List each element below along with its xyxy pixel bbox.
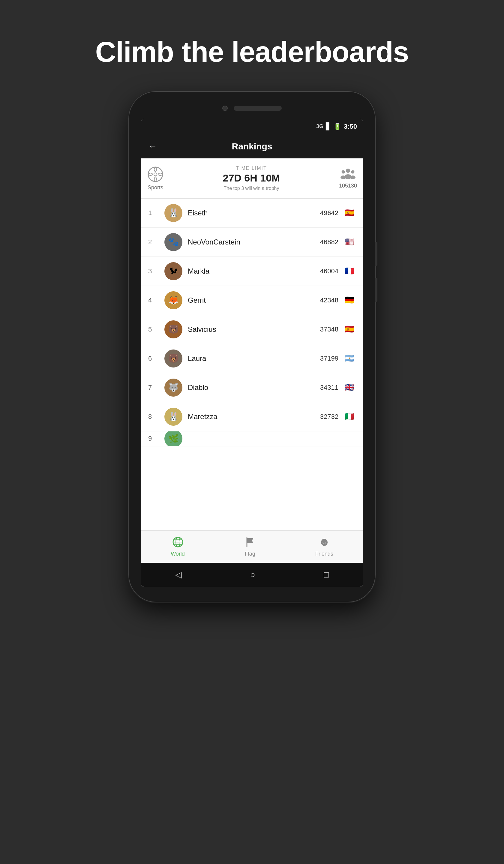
player-score: 37348 (320, 325, 338, 333)
svg-point-4 (351, 170, 354, 173)
friends-icon (319, 536, 330, 549)
rank-number: 8 (148, 413, 159, 421)
android-recent-button[interactable]: □ (324, 570, 329, 579)
svg-point-2 (346, 169, 350, 173)
avatar: 🐻 (165, 320, 182, 338)
hero-title: Climb the leaderboards (95, 36, 409, 68)
android-nav-bar: ◁ ○ □ (141, 563, 363, 587)
rank-number: 7 (148, 384, 159, 392)
avatar: 🐰 (165, 204, 182, 222)
time-limit-label: TIME LIMIT (223, 166, 280, 171)
nav-item-flag[interactable]: Flag (244, 536, 256, 557)
time-remaining: 27D 6H 10M (223, 172, 280, 184)
player-score: 46882 (320, 238, 338, 246)
participants-section: 105130 (339, 168, 357, 189)
sport-section: Sports (147, 166, 164, 191)
trophy-info: The top 3 will win a trophy (223, 186, 280, 191)
speaker-grille (234, 106, 282, 111)
avatar: 🐻 (165, 349, 182, 368)
rank-number: 2 (148, 238, 159, 246)
table-row: 7 🐺 Diablo 34311 🇬🇧 (141, 373, 363, 402)
player-name: Maretzza (188, 412, 320, 421)
participants-count: 105130 (339, 183, 357, 189)
table-row: 4 🦊 Gerrit 42348 🇩🇪 (141, 286, 363, 315)
player-score: 34311 (320, 384, 338, 392)
avatar: 🦊 (165, 291, 182, 309)
avatar: 🐾 (165, 233, 182, 251)
back-button[interactable]: ← (148, 141, 157, 152)
flag: 🇪🇸 (343, 209, 356, 217)
svg-point-1 (154, 173, 157, 176)
player-score: 42348 (320, 296, 338, 304)
signal-indicator: 3G (316, 123, 323, 130)
tournament-info: TIME LIMIT 27D 6H 10M The top 3 will win… (223, 166, 280, 191)
nav-label-friends: Friends (315, 551, 333, 557)
clock: 3:50 (344, 123, 357, 131)
nav-label-flag: Flag (245, 551, 255, 557)
phone-screen: 3G ▋ 🔋 3:50 ← Rankings Sp (141, 119, 363, 587)
world-icon (172, 536, 184, 549)
status-bar: 3G ▋ 🔋 3:50 (141, 119, 363, 134)
battery-icon: 🔋 (333, 123, 341, 131)
rank-number: 9 (148, 435, 159, 443)
rankings-list: 1 🐰 Eiseth 49642 🇪🇸 2 🐾 NeoVonCarstein 4… (141, 199, 363, 530)
signal-bars: ▋ (326, 123, 331, 131)
table-row: 6 🐻 Laura 37199 🇦🇷 (141, 344, 363, 373)
sport-label: Sports (147, 184, 163, 191)
player-name: Markla (188, 267, 320, 275)
avatar: 🐺 (165, 379, 182, 397)
flag: 🇪🇸 (343, 325, 356, 334)
front-camera (222, 106, 228, 111)
avatar: 🐿 (165, 262, 182, 280)
android-home-button[interactable]: ○ (250, 570, 255, 579)
player-score: 32732 (320, 413, 338, 421)
flag: 🇦🇷 (343, 354, 356, 363)
nav-item-world[interactable]: World (171, 536, 185, 557)
group-icon (340, 168, 356, 180)
flag: 🇮🇹 (343, 412, 356, 421)
flag-icon (244, 536, 256, 549)
player-name: Diablo (188, 383, 320, 392)
table-row: 1 🐰 Eiseth 49642 🇪🇸 (141, 199, 363, 228)
player-score: 49642 (320, 209, 338, 217)
flag: 🇺🇸 (343, 238, 356, 246)
tournament-header: Sports TIME LIMIT 27D 6H 10M The top 3 w… (141, 158, 363, 199)
flag: 🇩🇪 (343, 296, 356, 304)
player-name: Salvicius (188, 325, 320, 334)
nav-item-friends[interactable]: Friends (315, 536, 333, 557)
table-row: 2 🐾 NeoVonCarstein 46882 🇺🇸 (141, 228, 363, 257)
sports-icon (147, 166, 164, 183)
table-row: 9 🌿 (141, 431, 363, 446)
flag: 🇫🇷 (343, 267, 356, 275)
bottom-nav: World Flag Friends (141, 530, 363, 563)
side-button-1 (375, 242, 377, 266)
avatar: 🌿 (165, 431, 182, 446)
player-name: Eiseth (188, 209, 320, 217)
avatar: 🐰 (165, 408, 182, 426)
rank-number: 1 (148, 209, 159, 217)
side-button-2 (375, 278, 377, 302)
table-row: 3 🐿 Markla 46004 🇫🇷 (141, 257, 363, 286)
nav-label-world: World (171, 551, 185, 557)
app-bar: ← Rankings (141, 134, 363, 158)
table-row: 8 🐰 Maretzza 32732 🇮🇹 (141, 402, 363, 431)
status-icons: 3G ▋ 🔋 3:50 (316, 123, 357, 131)
svg-point-6 (340, 176, 346, 179)
player-name: NeoVonCarstein (188, 238, 320, 246)
player-name: Gerrit (188, 296, 320, 304)
phone-top-hardware (129, 92, 375, 119)
rank-number: 3 (148, 267, 159, 275)
svg-point-3 (341, 170, 345, 173)
player-score: 37199 (320, 355, 338, 362)
rank-number: 5 (148, 325, 159, 333)
rank-number: 4 (148, 296, 159, 304)
android-back-button[interactable]: ◁ (175, 570, 182, 579)
phone-shell: 3G ▋ 🔋 3:50 ← Rankings Sp (129, 92, 375, 602)
flag: 🇬🇧 (343, 383, 356, 392)
table-row: 5 🐻 Salvicius 37348 🇪🇸 (141, 315, 363, 344)
svg-point-0 (148, 167, 163, 181)
player-score: 46004 (320, 267, 338, 275)
app-bar-title: Rankings (163, 141, 341, 152)
player-name: Laura (188, 354, 320, 363)
participants-icon (340, 168, 356, 181)
